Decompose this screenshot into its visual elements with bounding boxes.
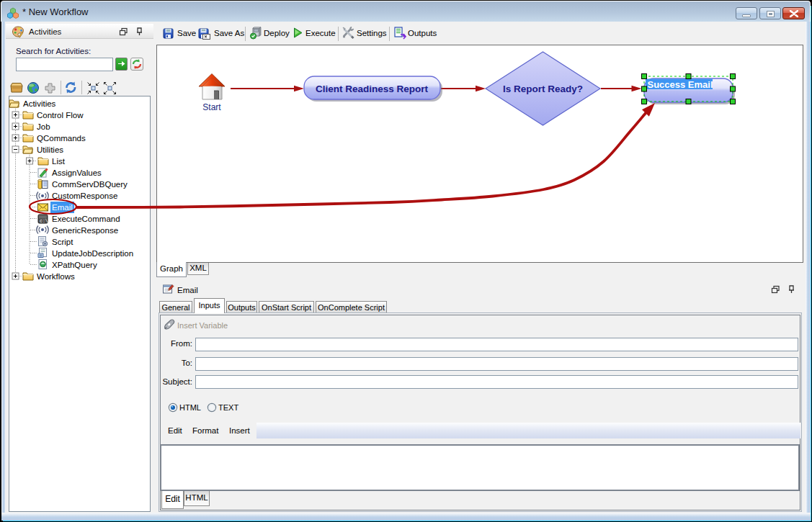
svg-text:Success Email: Success Email [648,79,713,90]
svg-text:Start: Start [202,102,221,112]
svg-text:Client Readiness Report: Client Readiness Report [316,84,429,94]
svg-text:Is Report Ready?: Is Report Ready? [503,84,583,94]
